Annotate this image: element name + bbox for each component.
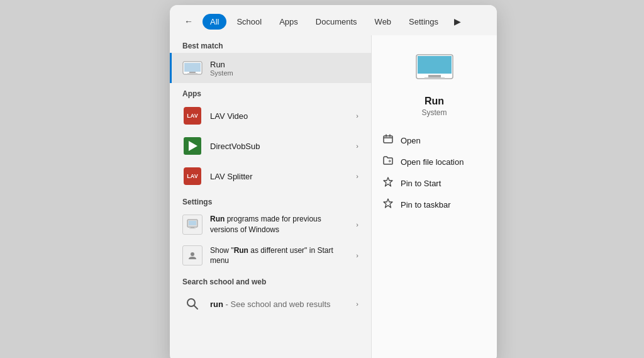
run-result-text: Run System	[210, 60, 358, 77]
more-tabs-button[interactable]: ▶	[448, 13, 466, 30]
app-panel-title: Run	[382, 96, 487, 107]
results-area: Best match Run System Apps	[170, 35, 497, 358]
result-run[interactable]: Run System	[170, 53, 371, 83]
svg-rect-16	[425, 77, 445, 79]
result-directvobsub[interactable]: DirectVobSub ›	[170, 131, 371, 161]
svg-rect-8	[191, 227, 194, 228]
result-run-web[interactable]: run - See school and web results ›	[170, 289, 371, 319]
lav-video-title: LAV Video	[210, 111, 351, 121]
lav-splitter-title: LAV Splitter	[210, 172, 351, 181]
results-left: Best match Run System Apps	[170, 35, 371, 358]
svg-rect-9	[189, 228, 196, 228]
result-lav-splitter[interactable]: LAV LAV Splitter ›	[170, 161, 371, 191]
run-as-different-icon	[182, 245, 203, 266]
directvobsub-chevron: ›	[356, 142, 358, 150]
action-pin-to-start[interactable]: Pin to Start	[382, 172, 487, 194]
directvobsub-text: DirectVobSub	[210, 142, 351, 151]
svg-rect-7	[189, 221, 196, 225]
app-large-icon	[414, 48, 455, 88]
lav-video-icon: LAV	[182, 106, 203, 126]
run-as-different-title: Show "Run as different user" in Start me…	[210, 245, 351, 267]
run-title: Run	[210, 60, 358, 69]
svg-line-12	[194, 306, 197, 309]
app-panel-subtitle: System	[382, 108, 487, 117]
lav-splitter-chevron: ›	[356, 172, 358, 180]
run-web-search-icon	[182, 294, 203, 314]
svg-rect-14	[418, 56, 452, 74]
folder-icon	[382, 155, 394, 168]
run-subtitle: System	[210, 69, 358, 77]
search-panel: ← All School Apps Documents Web Settings…	[170, 5, 497, 358]
run-web-chevron: ›	[356, 300, 358, 308]
run-icon	[182, 58, 203, 78]
result-run-programs[interactable]: Run programs made for previous versions …	[170, 209, 371, 240]
tab-school[interactable]: School	[229, 14, 269, 30]
run-programs-text: Run programs made for previous versions …	[210, 214, 351, 235]
svg-point-10	[191, 252, 194, 256]
pin-to-taskbar-label: Pin to taskbar	[401, 200, 451, 210]
tab-apps[interactable]: Apps	[272, 14, 306, 30]
pin-start-icon	[382, 177, 394, 189]
action-pin-to-taskbar[interactable]: Pin to taskbar	[382, 194, 487, 215]
back-button[interactable]: ←	[180, 13, 197, 30]
action-open-file-location[interactable]: Open file location	[382, 151, 487, 172]
pin-taskbar-icon	[382, 198, 394, 211]
svg-rect-1	[184, 63, 201, 72]
run-as-different-chevron: ›	[356, 252, 358, 259]
run-web-text: run - See school and web results	[210, 299, 351, 309]
section-search-web-label: Search school and web	[170, 271, 371, 289]
filter-bar: ← All School Apps Documents Web Settings…	[170, 5, 497, 35]
open-icon	[382, 134, 394, 147]
directvobsub-icon	[182, 136, 203, 156]
svg-rect-2	[189, 72, 196, 73]
directvobsub-title: DirectVobSub	[210, 142, 351, 151]
results-right-panel: Run System Open	[371, 35, 497, 358]
section-apps-label: Apps	[170, 83, 371, 101]
tab-all[interactable]: All	[203, 14, 226, 30]
tab-web[interactable]: Web	[367, 14, 399, 30]
svg-rect-17	[384, 136, 392, 143]
run-programs-icon	[182, 215, 203, 235]
svg-rect-3	[187, 73, 197, 74]
pin-to-start-label: Pin to Start	[401, 179, 441, 188]
open-file-location-label: Open file location	[401, 157, 464, 167]
lav-video-chevron: ›	[356, 112, 358, 120]
result-run-as-different[interactable]: Show "Run as different user" in Start me…	[170, 240, 371, 272]
run-web-title: run - See school and web results	[210, 299, 351, 309]
section-best-match-label: Best match	[170, 35, 371, 53]
back-icon: ←	[184, 16, 193, 26]
action-open[interactable]: Open	[382, 130, 487, 151]
lav-splitter-icon: LAV	[182, 166, 203, 186]
lav-video-text: LAV Video	[210, 111, 351, 121]
run-as-different-text: Show "Run as different user" in Start me…	[210, 245, 351, 267]
tab-documents[interactable]: Documents	[308, 14, 365, 30]
svg-point-11	[187, 299, 195, 306]
tab-settings[interactable]: Settings	[401, 14, 446, 30]
run-programs-chevron: ›	[356, 221, 358, 228]
open-label: Open	[401, 136, 421, 145]
svg-rect-15	[428, 75, 441, 77]
lav-splitter-text: LAV Splitter	[210, 172, 351, 181]
run-programs-title: Run programs made for previous versions …	[210, 214, 351, 235]
section-settings-label: Settings	[170, 191, 371, 209]
result-lav-video[interactable]: LAV LAV Video ›	[170, 101, 371, 131]
